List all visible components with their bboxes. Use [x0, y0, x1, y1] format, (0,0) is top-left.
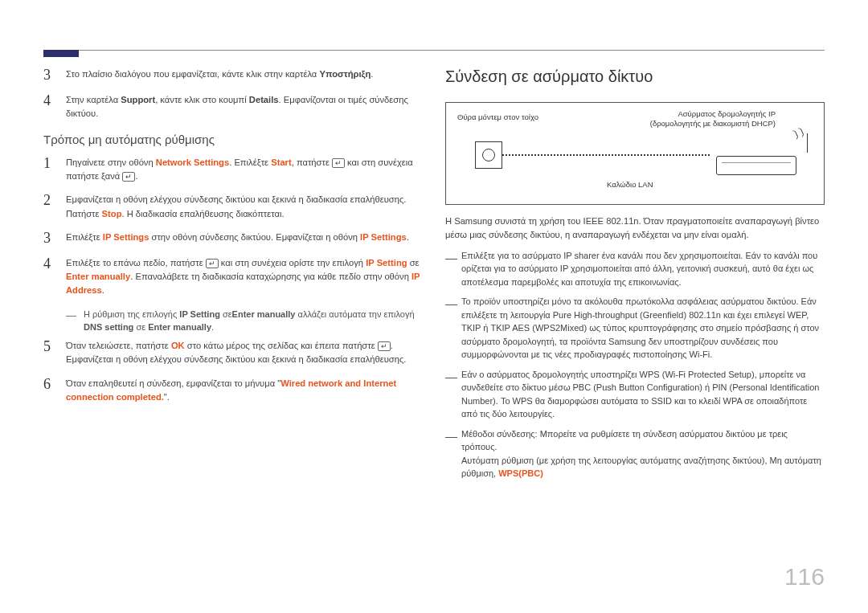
header-rule — [43, 50, 825, 51]
list-item: 3 Στο πλαίσιο διαλόγου που εμφανίζεται, … — [43, 67, 421, 84]
step-number: 3 — [43, 67, 56, 84]
note-dash-icon: ― — [445, 249, 457, 289]
bullet-note: ― Εάν ο ασύρματος δρομολογητής υποστηρίζ… — [445, 368, 825, 421]
page-number: 116 — [784, 563, 825, 591]
network-diagram: Θύρα μόντεμ στον τοίχο Ασύρματος δρομολο… — [445, 102, 825, 205]
diagram-label-router: Ασύρματος δρομολογητής IP(δρομολογητής μ… — [650, 109, 776, 129]
note-text: Εάν ο ασύρματος δρομολογητής υποστηρίζει… — [461, 368, 825, 421]
step-text: Στην καρτέλα Support, κάντε κλικ στο κου… — [66, 93, 421, 121]
step-text: Επιλέξτε το επάνω πεδίο, πατήστε και στη… — [66, 256, 421, 298]
router-icon: ⟯⟯ — [716, 140, 805, 175]
right-column: Σύνδεση σε ασύρματο δίκτυο Θύρα μόντεμ σ… — [445, 39, 825, 487]
enter-icon — [378, 341, 391, 351]
note-text: Η ρύθμιση της επιλογής IP Setting σεEnte… — [84, 308, 421, 334]
list-item: 4 Επιλέξτε το επάνω πεδίο, πατήστε και σ… — [43, 256, 421, 298]
diagram-label-lan: Καλώδιο LAN — [607, 180, 653, 189]
bullet-note: ― Μέθοδοι σύνδεσης: Μπορείτε να ρυθμίσετ… — [445, 427, 825, 480]
list-item: 6 Όταν επαληθευτεί η σύνδεση, εμφανίζετα… — [43, 377, 421, 405]
section-title: Σύνδεση σε ασύρματο δίκτυο — [445, 67, 825, 86]
note-dash-icon: ― — [445, 368, 457, 421]
left-column: 3 Στο πλαίσιο διαλόγου που εμφανίζεται, … — [43, 39, 421, 487]
list-item: 2 Εμφανίζεται η οθόνη ελέγχου σύνδεσης δ… — [43, 193, 421, 221]
step-text: Πηγαίνετε στην οθόνη Network Settings. Ε… — [66, 156, 421, 184]
enter-icon — [206, 259, 219, 268]
step-text: Επιλέξτε IP Settings στην οθόνη σύνδεσης… — [66, 231, 421, 247]
list-item: 3 Επιλέξτε IP Settings στην οθόνη σύνδεσ… — [43, 231, 421, 247]
header-accent — [43, 50, 79, 57]
step-text: Εμφανίζεται η οθόνη ελέγχου σύνδεσης δικ… — [66, 193, 421, 221]
page-body: 3 Στο πλαίσιο διαλόγου που εμφανίζεται, … — [0, 0, 868, 511]
step-number: 1 — [43, 156, 56, 184]
bullet-note: ― Το προϊόν υποστηρίζει μόνο τα ακόλουθα… — [445, 295, 825, 362]
note-text: Επιλέξτε για το ασύρματο IP sharer ένα κ… — [461, 249, 825, 289]
step-number: 4 — [43, 256, 56, 298]
enter-icon — [332, 158, 345, 168]
step-number: 3 — [43, 231, 56, 247]
bullet-note: ― Επιλέξτε για το ασύρματο IP sharer ένα… — [445, 249, 825, 289]
subsection-heading: Τρόπος μη αυτόματης ρύθμισης — [43, 133, 421, 146]
note-dash-icon: ― — [445, 427, 457, 480]
wall-outlet-icon — [475, 141, 502, 169]
step-text: Στο πλαίσιο διαλόγου που εμφανίζεται, κά… — [66, 67, 421, 84]
note-text: Μέθοδοι σύνδεσης: Μπορείτε να ρυθμίσετε … — [461, 427, 825, 480]
lan-cable-line — [502, 154, 711, 156]
step-number: 4 — [43, 93, 56, 121]
step-text: Όταν επαληθευτεί η σύνδεση, εμφανίζεται … — [66, 377, 421, 405]
note-dash-icon: ― — [445, 295, 457, 362]
list-item: 4 Στην καρτέλα Support, κάντε κλικ στο κ… — [43, 93, 421, 121]
list-item: 1 Πηγαίνετε στην οθόνη Network Settings.… — [43, 156, 421, 184]
list-item: 5 Όταν τελειώσετε, πατήστε OK στο κάτω μ… — [43, 339, 421, 367]
wifi-waves-icon: ⟯⟯ — [791, 123, 809, 141]
step-number: 2 — [43, 193, 56, 221]
note-dash-icon: ― — [66, 308, 77, 334]
step-number: 6 — [43, 377, 56, 405]
enter-icon — [122, 172, 135, 182]
inline-note: ― Η ρύθμιση της επιλογής IP Setting σεEn… — [66, 308, 421, 334]
note-text: Το προϊόν υποστηρίζει μόνο τα ακόλουθα π… — [461, 295, 825, 362]
step-text: Όταν τελειώσετε, πατήστε OK στο κάτω μέρ… — [66, 339, 421, 367]
step-number: 5 — [43, 339, 56, 367]
paragraph: Η Samsung συνιστά τη χρήση του IEEE 802.… — [445, 215, 825, 243]
diagram-label-modem: Θύρα μόντεμ στον τοίχο — [457, 112, 538, 121]
